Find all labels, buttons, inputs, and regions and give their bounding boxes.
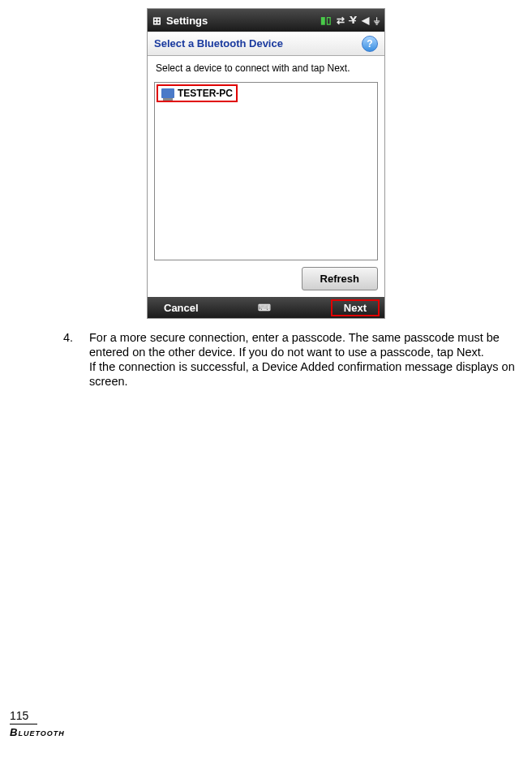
refresh-row: Refresh: [148, 267, 384, 297]
battery-icon: ⏚: [374, 15, 380, 26]
connectivity-icon: ▮▯: [320, 15, 332, 26]
refresh-button[interactable]: Refresh: [302, 267, 378, 290]
window-title: Settings: [166, 15, 320, 27]
section-label: Bluetooth: [10, 726, 65, 738]
bluetooth-settings-screenshot: ⊞ Settings ▮▯ ⇄ Y̶ ◀ ⏚ Select a Bluetoot…: [147, 8, 385, 319]
page-title: Select a Bluetooth Device: [154, 37, 283, 49]
bottom-bar: Cancel ⌨ Next: [148, 297, 384, 318]
computer-icon: [161, 88, 174, 98]
window-titlebar: ⊞ Settings ▮▯ ⇄ Y̶ ◀ ⏚: [148, 9, 384, 32]
instruction-text: Select a device to connect with and tap …: [148, 56, 384, 79]
device-list[interactable]: TESTER-PC: [154, 82, 378, 260]
status-icons: ▮▯ ⇄ Y̶ ◀ ⏚: [320, 15, 380, 26]
keyboard-icon[interactable]: ⌨: [258, 303, 271, 313]
instruction-step: 4. For a more secure connection, enter a…: [63, 330, 516, 389]
device-name: TESTER-PC: [178, 88, 233, 99]
help-button[interactable]: ?: [362, 36, 378, 52]
page-header: Select a Bluetooth Device ?: [148, 32, 384, 56]
step-number: 4.: [63, 330, 89, 389]
speaker-icon: ◀: [362, 15, 369, 26]
step-text: For a more secure connection, enter a pa…: [89, 330, 516, 389]
next-button[interactable]: Next: [331, 299, 380, 316]
page-footer: 115 Bluetooth: [10, 709, 65, 738]
sync-icon: ⇄: [337, 15, 345, 26]
cancel-button[interactable]: Cancel: [164, 302, 199, 314]
start-icon[interactable]: ⊞: [152, 15, 161, 27]
page-number: 115: [10, 709, 37, 724]
device-item[interactable]: TESTER-PC: [157, 84, 238, 102]
signal-icon: Y̶: [350, 15, 357, 26]
